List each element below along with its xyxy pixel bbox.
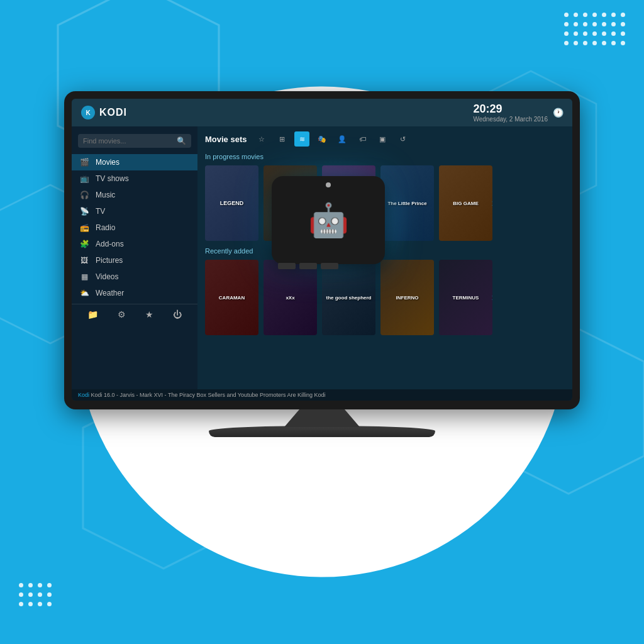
sidebar-tvshows-label: TV shows (96, 174, 129, 183)
kodi-logo: K KODI (80, 105, 127, 120)
sidebar-movies-label: Movies (96, 158, 119, 167)
box-body: 🤖 (272, 176, 385, 264)
nav-icon-grid[interactable]: ⊞ (274, 131, 289, 147)
nav-icon-star[interactable]: ☆ (254, 131, 269, 147)
kodi-time: 20:29 (473, 103, 548, 116)
box-led (326, 182, 331, 187)
tv-stand (64, 409, 580, 437)
movie-card[interactable]: xXx (264, 260, 317, 335)
android-logo-icon: 🤖 (308, 201, 349, 240)
movie-card[interactable]: the good shepherd (322, 260, 375, 335)
radio-icon: 📻 (79, 223, 89, 232)
movie-poster-caraman: CARAMAN (205, 260, 258, 335)
sidebar-search[interactable]: 🔍 (78, 134, 191, 148)
sidebar-item-radio[interactable]: 📻 Radio (72, 219, 197, 236)
nav-icon-wave[interactable]: ≋ (294, 131, 309, 147)
movie-card[interactable]: TERMINUS › (439, 260, 492, 335)
ticker-text: Kodi 16.0 - Jarvis - Mark XVI - The Pira… (91, 392, 326, 398)
movie-card[interactable]: CARAMAN (205, 260, 258, 335)
dots-decoration-top-right (564, 13, 625, 45)
kodi-nav: Movie sets ☆ ⊞ ≋ 🎭 👤 🏷 ▣ ↺ (205, 131, 565, 147)
nav-icon-square[interactable]: ▣ (375, 131, 390, 147)
movie-poster-shepherd: the good shepherd (322, 260, 375, 335)
tvshows-icon: 📺 (79, 174, 89, 183)
box-port-2 (299, 263, 317, 269)
kodi-topbar: K KODI 20:29 Wednesday, 2 March 2016 🕐 (72, 99, 572, 126)
chevron-right-icon: › (492, 197, 492, 209)
box-port-3 (321, 263, 338, 269)
sidebar-item-weather[interactable]: ⛅ Weather (72, 285, 197, 301)
music-icon: 🎧 (79, 191, 89, 199)
movie-card[interactable]: BIG GAME › (439, 165, 492, 241)
folder-icon[interactable]: 📁 (87, 309, 98, 319)
sidebar-item-tvshows[interactable]: 📺 TV shows (72, 170, 197, 187)
stand-base (209, 426, 435, 437)
sidebar-item-music[interactable]: 🎧 Music (72, 187, 197, 203)
dots-decoration-bottom-left (19, 583, 52, 606)
sidebar-radio-label: Radio (96, 223, 115, 232)
settings-icon[interactable]: ⚙ (118, 309, 126, 319)
videos-icon: ▦ (79, 272, 89, 281)
search-icon: 🔍 (177, 136, 186, 145)
sidebar-addons-label: Add-ons (96, 240, 124, 248)
sidebar-bottom-icons: 📁 ⚙ ★ ⏻ (72, 304, 197, 325)
chevron-right-2-icon: › (492, 292, 492, 303)
sidebar-music-label: Music (96, 191, 115, 199)
movie-poster-xxx: xXx (264, 260, 317, 335)
sidebar-videos-label: Videos (96, 272, 118, 281)
nav-title: Movie sets (205, 135, 247, 144)
ticker-highlight: Kodi (78, 392, 89, 398)
sidebar-weather-label: Weather (96, 289, 124, 297)
weather-icon: ⛅ (79, 289, 89, 297)
addons-icon: 🧩 (79, 240, 89, 248)
nav-icon-person[interactable]: 👤 (335, 131, 350, 147)
nav-icon-mask[interactable]: 🎭 (314, 131, 330, 147)
movie-poster-big-game: BIG GAME (439, 165, 492, 241)
sidebar-pictures-label: Pictures (96, 256, 123, 265)
movies-icon: 🎬 (79, 158, 89, 167)
kodi-title-text: KODI (99, 107, 127, 118)
kodi-sidebar: 🔍 🎬 Movies 📺 TV shows 🎧 Music (72, 126, 197, 389)
kodi-time-area: 20:29 Wednesday, 2 March 2016 🕐 (473, 103, 564, 123)
pictures-icon: 🖼 (79, 256, 89, 265)
favorites-icon[interactable]: ★ (145, 309, 153, 319)
kodi-date: Wednesday, 2 March 2016 (473, 116, 548, 123)
movie-poster-terminus: TERMINUS (439, 260, 492, 335)
kodi-ticker: Kodi Kodi 16.0 - Jarvis - Mark XVI - The… (72, 389, 572, 401)
movie-card[interactable]: LEGEND (205, 165, 258, 241)
box-ports (278, 263, 379, 269)
box-port-1 (278, 263, 296, 269)
kodi-logo-icon: K (80, 105, 96, 120)
movie-poster-inferno: INFERNO (380, 260, 434, 335)
svg-text:K: K (86, 109, 91, 116)
section-in-progress-title: In progress movies (205, 153, 565, 160)
sidebar-tv-label: TV (96, 207, 105, 216)
recently-added-movies-grid: CARAMAN xXx the good shepherd INFERNO TE (205, 260, 565, 335)
android-box: 🤖 (272, 176, 397, 264)
sidebar-item-movies[interactable]: 🎬 Movies (72, 154, 197, 170)
nav-icon-tag[interactable]: 🏷 (355, 131, 370, 147)
power-icon[interactable]: ⏻ (173, 309, 182, 319)
clock-icon: 🕐 (553, 108, 564, 118)
nav-icon-refresh[interactable]: ↺ (395, 131, 410, 147)
sidebar-item-tv[interactable]: 📡 TV (72, 203, 197, 219)
stand-neck (284, 409, 360, 427)
search-input[interactable] (83, 137, 173, 145)
movie-card[interactable]: INFERNO (380, 260, 434, 335)
tv-icon: 📡 (79, 207, 89, 216)
sidebar-item-addons[interactable]: 🧩 Add-ons (72, 236, 197, 252)
sidebar-item-videos[interactable]: ▦ Videos (72, 269, 197, 285)
sidebar-item-pictures[interactable]: 🖼 Pictures (72, 252, 197, 269)
movie-poster-legend: LEGEND (205, 165, 258, 241)
